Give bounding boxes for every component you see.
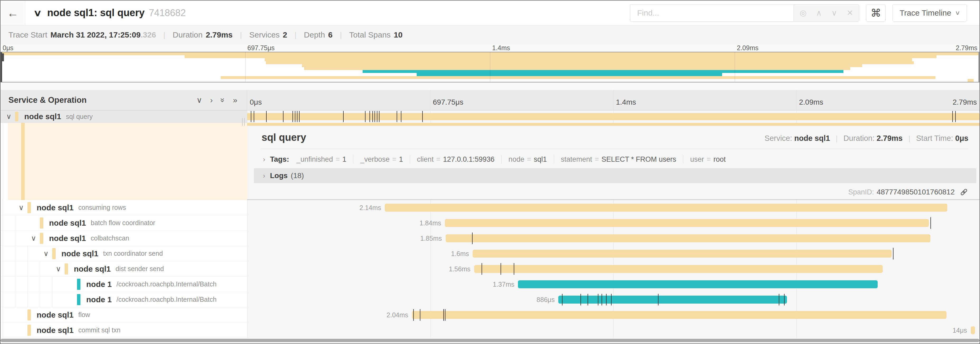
tree-row[interactable]: node sql1batch flow coordinator xyxy=(0,215,247,230)
minimap-gridline xyxy=(735,52,735,82)
collapse-all-icon[interactable]: » xyxy=(218,98,228,102)
minimap-right-drag-handle[interactable] xyxy=(978,52,980,82)
span-detail-body: sql query Service: node sql1|Duration: 2… xyxy=(247,123,980,200)
locate-icon[interactable]: ◎ xyxy=(800,8,807,18)
tree-row[interactable]: ∨node sql1dist sender send xyxy=(0,261,247,277)
log-marker xyxy=(445,309,445,321)
row-expander-icon[interactable]: ∨ xyxy=(27,234,40,243)
span-bar[interactable] xyxy=(473,250,891,258)
tree-controls: ∨›»» xyxy=(196,95,247,105)
tag-divider xyxy=(501,155,502,163)
row-expander-icon[interactable]: ∨ xyxy=(52,265,65,273)
trace-stat: Services2 xyxy=(249,30,287,39)
operation-name: sql query xyxy=(66,113,92,120)
column-headers: Service & Operation ∨›»» 0μs697.75μs1.4m… xyxy=(0,90,980,110)
tree-row[interactable]: ∨node sql1sql query xyxy=(0,110,247,123)
minimap-canvas[interactable] xyxy=(0,52,980,82)
span-bar[interactable] xyxy=(558,296,787,304)
expand-one-icon[interactable]: › xyxy=(210,96,213,105)
span-row: ∨node sql1txn coordinator send1.6ms xyxy=(0,246,980,261)
span-bar[interactable] xyxy=(445,219,929,227)
timeline-row[interactable]: 2.14ms xyxy=(247,200,980,215)
operation-name: commit sql txn xyxy=(78,326,121,334)
span-bar[interactable] xyxy=(474,265,883,273)
next-result-icon[interactable]: ∨ xyxy=(831,8,837,18)
timeline-header-gridline xyxy=(613,90,614,110)
timeline-row[interactable]: 1.37ms xyxy=(247,277,980,292)
span-bar[interactable] xyxy=(446,234,931,242)
timeline-row[interactable]: 1.56ms xyxy=(247,261,980,277)
row-expander-icon[interactable]: ∨ xyxy=(15,203,27,212)
panel-resize-grip[interactable] xyxy=(242,118,245,126)
prev-result-icon[interactable]: ∧ xyxy=(816,8,822,18)
find-input[interactable] xyxy=(630,4,794,22)
trace-stat-value: 6 xyxy=(328,30,332,39)
tag-item[interactable]: node=sql1 xyxy=(509,155,547,163)
tree-row[interactable]: node sql1commit sql txn xyxy=(0,323,247,338)
timeline-row[interactable]: 14μs xyxy=(247,323,980,338)
row-expander-icon[interactable]: ∨ xyxy=(3,112,15,121)
timeline-row[interactable]: 1.6ms xyxy=(247,246,980,261)
log-marker xyxy=(598,294,598,306)
timeline-row[interactable]: 2.04ms xyxy=(247,307,980,323)
log-marker xyxy=(601,294,602,306)
row-expander-icon[interactable]: ∨ xyxy=(40,250,52,258)
log-marker xyxy=(784,294,784,306)
tree-row[interactable]: node 1/cockroach.roachpb.Internal/Batch xyxy=(0,277,247,292)
indent-guide xyxy=(3,307,3,322)
tree-row[interactable]: ∨node sql1txn coordinator send xyxy=(0,246,247,261)
duration-value: 2.79ms xyxy=(877,134,902,142)
log-marker xyxy=(295,111,295,122)
log-marker xyxy=(379,111,380,122)
tree-row[interactable]: ∨node sql1consuming rows xyxy=(0,200,247,215)
view-selector-button[interactable]: Trace Timeline ∨ xyxy=(892,4,967,22)
span-detail-left-column xyxy=(0,123,247,200)
timeline-row[interactable]: 1.84ms xyxy=(247,215,980,230)
tag-equals: = xyxy=(436,155,441,163)
tag-item[interactable]: user=root xyxy=(690,155,726,163)
tag-item[interactable]: _verbose=1 xyxy=(360,155,403,163)
span-bar[interactable] xyxy=(518,280,878,288)
span-bar[interactable] xyxy=(971,326,975,334)
clear-search-icon[interactable]: ✕ xyxy=(846,8,853,18)
link-icon[interactable] xyxy=(959,187,968,197)
scrollbar-thumb[interactable] xyxy=(0,339,980,342)
keyboard-shortcuts-button[interactable]: ⌘ xyxy=(866,4,886,22)
time-tick-label: 0μs xyxy=(3,44,13,52)
span-duration-label: 886μs xyxy=(537,296,555,304)
back-button[interactable]: ← xyxy=(0,0,25,25)
tag-item[interactable]: statement=SELECT * FROM users xyxy=(561,155,676,163)
expand-all-icon[interactable]: » xyxy=(233,96,237,105)
log-marker xyxy=(893,248,894,259)
operation-name: flow xyxy=(78,311,90,318)
trace-stat-label: Duration xyxy=(173,30,202,39)
logs-row[interactable]: › Logs (18) xyxy=(254,168,976,183)
span-row: node sql1commit sql txn14μs xyxy=(0,323,980,338)
trace-stat: Trace StartMarch 31 2022, 17:25:09.326 xyxy=(8,30,156,39)
collapse-one-icon[interactable]: ∨ xyxy=(196,95,202,105)
span-bar[interactable] xyxy=(247,113,980,120)
tag-item[interactable]: client=127.0.0.1:59936 xyxy=(417,155,495,163)
tags-row[interactable]: › Tags: _unfinished=1_verbose=1client=12… xyxy=(263,155,968,163)
span-bar[interactable] xyxy=(385,204,947,212)
title-collapse-icon[interactable]: ∨ xyxy=(33,8,42,18)
find-controls: ◎∧∨✕ xyxy=(794,4,859,22)
service-color-bar xyxy=(21,123,25,200)
tree-row[interactable]: node 1/cockroach.roachpb.Internal/Batch xyxy=(0,292,247,307)
log-marker xyxy=(374,111,375,122)
tag-item[interactable]: _unfinished=1 xyxy=(296,155,346,163)
timeline-row[interactable] xyxy=(247,110,980,123)
span-duration-label: 2.04ms xyxy=(387,311,408,319)
tag-key: _verbose xyxy=(360,155,390,163)
span-bar[interactable] xyxy=(412,311,947,319)
tree-row[interactable]: ∨node sql1colbatchscan xyxy=(0,230,247,246)
tree-row[interactable]: node sql1flow xyxy=(0,307,247,323)
timeline-row[interactable]: 1.85ms xyxy=(247,230,980,246)
indent-guide xyxy=(3,323,3,338)
minimap-left-drag-handle[interactable] xyxy=(0,52,2,82)
log-marker xyxy=(931,217,931,229)
log-marker xyxy=(413,309,414,321)
timeline-row[interactable]: 886μs xyxy=(247,292,980,307)
service-label: Service: xyxy=(765,134,792,142)
span-duration-label: 1.85ms xyxy=(420,235,442,242)
